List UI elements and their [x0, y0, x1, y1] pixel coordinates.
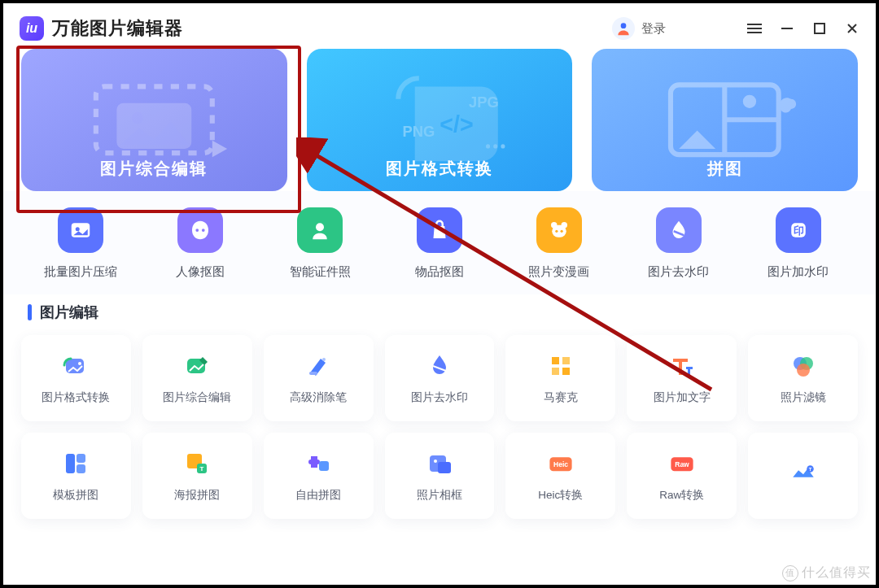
card-label: 模板拼图: [53, 488, 98, 503]
hero-label: 图片格式转换: [386, 158, 493, 180]
landscape-text-icon: T: [789, 456, 818, 486]
svg-point-22: [196, 229, 199, 232]
tool-row: 批量图片压缩 人像抠图 智能证件照 物品抠图 照片变漫画 图片去水印 印 图片加…: [3, 191, 876, 294]
card-label: 图片格式转换: [42, 390, 110, 405]
face-icon: [177, 207, 223, 253]
hero-image-edit[interactable]: 图片综合编辑: [21, 49, 287, 191]
watermark: 值 什么值得买: [782, 564, 871, 581]
svg-rect-45: [77, 454, 85, 463]
tool-portrait-cutout[interactable]: 人像抠图: [141, 207, 260, 280]
card-label: 图片加文字: [654, 390, 711, 405]
svg-text:印: 印: [793, 224, 803, 237]
card-photo-frame[interactable]: 照片相框: [385, 433, 495, 519]
card-eraser[interactable]: 高级消除笔: [264, 335, 374, 421]
bag-icon: [417, 207, 462, 253]
svg-point-13: [493, 145, 497, 149]
convert-icon: [61, 351, 90, 381]
svg-point-14: [501, 145, 505, 149]
text-icon: [667, 351, 697, 381]
svg-point-12: [486, 145, 490, 149]
card-photo-filter[interactable]: 照片滤镜: [748, 335, 858, 421]
card-heic-convert[interactable]: Heic Heic转换: [505, 433, 615, 519]
poster-collage-icon: T: [182, 449, 212, 478]
tool-id-photo[interactable]: 智能证件照: [260, 207, 380, 280]
hero-label: 拼图: [707, 158, 743, 180]
tool-label: 智能证件照: [290, 264, 351, 280]
hero-label: 图片综合编辑: [100, 158, 208, 180]
tool-add-watermark[interactable]: 印 图片加水印: [738, 207, 858, 280]
svg-rect-40: [562, 368, 570, 375]
menu-icon[interactable]: [747, 21, 762, 36]
svg-point-0: [621, 23, 627, 28]
hero-format-convert[interactable]: PNGJPG</> 图片格式转换: [307, 49, 573, 191]
svg-text:T: T: [808, 467, 811, 472]
card-image-edit[interactable]: 图片综合编辑: [142, 335, 252, 421]
maximize-icon[interactable]: [812, 21, 827, 36]
svg-text:Raw: Raw: [675, 460, 689, 468]
card-poster-collage[interactable]: T 海报拼图: [142, 433, 252, 519]
svg-rect-52: [438, 462, 451, 473]
card-free-collage[interactable]: 自由拼图: [264, 433, 374, 519]
hero-collage[interactable]: 拼图: [592, 49, 858, 191]
svg-text:</>: </>: [440, 111, 473, 137]
tool-label: 批量图片压缩: [44, 264, 117, 280]
svg-text:PNG: PNG: [402, 123, 435, 140]
svg-rect-38: [562, 357, 570, 364]
template-collage-icon: [61, 449, 90, 478]
svg-text:Heic: Heic: [553, 460, 568, 468]
svg-text:JPG: JPG: [469, 94, 499, 111]
svg-point-28: [555, 230, 558, 233]
svg-rect-4: [781, 28, 793, 29]
svg-point-18: [743, 95, 756, 108]
app-title: 万能图片编辑器: [52, 16, 183, 41]
svg-rect-1: [747, 24, 762, 25]
svg-point-24: [316, 223, 324, 231]
svg-rect-27: [552, 225, 566, 237]
card-mosaic[interactable]: 马赛克: [505, 335, 615, 421]
image-icon: [58, 207, 103, 253]
tool-batch-compress[interactable]: 批量图片压缩: [21, 207, 141, 280]
card-label: 照片相框: [417, 488, 462, 503]
raw-icon: Raw: [667, 449, 697, 478]
edit-image-icon: [182, 351, 212, 381]
tool-label: 物品抠图: [415, 264, 464, 280]
card-more[interactable]: T: [748, 433, 858, 519]
svg-point-43: [797, 364, 810, 377]
card-label: 图片去水印: [411, 390, 468, 405]
card-remove-watermark[interactable]: 图片去水印: [385, 335, 495, 421]
section-header: 图片编辑: [3, 294, 876, 335]
svg-text:T: T: [200, 465, 204, 473]
login-label: 登录: [641, 21, 666, 37]
card-label: Heic转换: [538, 488, 583, 503]
heic-icon: Heic: [546, 449, 575, 478]
svg-rect-46: [77, 464, 85, 473]
minimize-icon[interactable]: [780, 21, 794, 36]
card-raw-convert[interactable]: Raw Raw转换: [627, 433, 737, 519]
person-icon: [297, 207, 343, 253]
card-label: Raw转换: [659, 488, 704, 503]
tool-object-cutout[interactable]: 物品抠图: [380, 207, 500, 280]
card-label: 图片综合编辑: [163, 390, 231, 405]
svg-rect-39: [552, 368, 559, 375]
watermark-logo-icon: 值: [782, 565, 798, 581]
watermark-text: 什么值得买: [802, 564, 871, 581]
card-add-text[interactable]: 图片加文字: [627, 335, 737, 421]
bear-icon: [536, 207, 582, 253]
card-grid-row2: 模板拼图 T 海报拼图 自由拼图 照片相框 Heic Heic转换 Raw Ra…: [3, 433, 876, 519]
svg-rect-50: [319, 461, 329, 471]
hero-row: 图片综合编辑 PNGJPG</> 图片格式转换 拼图: [3, 49, 876, 191]
card-template-collage[interactable]: 模板拼图: [21, 433, 131, 519]
tool-label: 照片变漫画: [528, 264, 589, 280]
card-format-convert[interactable]: 图片格式转换: [21, 335, 131, 421]
tool-label: 人像抠图: [176, 264, 225, 280]
close-icon[interactable]: [845, 21, 859, 36]
svg-rect-5: [815, 24, 824, 33]
window-controls: [747, 21, 859, 36]
tool-photo-comic[interactable]: 照片变漫画: [499, 207, 619, 280]
tool-remove-watermark[interactable]: 图片去水印: [619, 207, 738, 280]
accent-bar-icon: [28, 304, 32, 320]
login-button[interactable]: 登录: [612, 17, 666, 40]
svg-point-8: [132, 112, 143, 124]
card-grid-row1: 图片格式转换 图片综合编辑 高级消除笔 图片去水印 马赛克 图片加文字 照片滤镜: [3, 335, 876, 421]
svg-rect-44: [66, 454, 75, 473]
